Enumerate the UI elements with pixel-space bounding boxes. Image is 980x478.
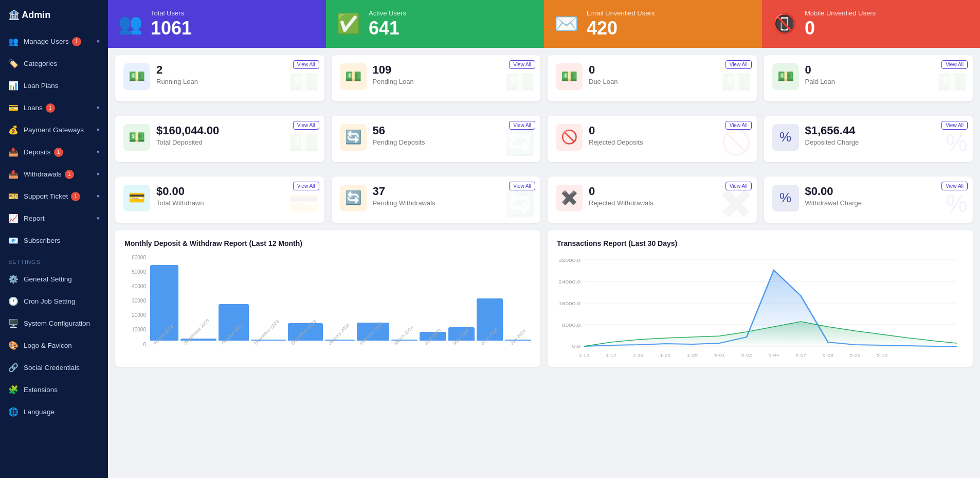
sidebar-item-loans[interactable]: 💳 Loans 1 ▾ [0, 97, 108, 119]
sidebar-label-loans: Loans [24, 104, 43, 112]
sidebar-label-extensions: Extensions [24, 386, 58, 394]
social-credentials-icon: 🔗 [8, 363, 19, 373]
line-chart: 32000.0 24000.0 16000.0 8000.0 0.0 [557, 255, 964, 358]
sidebar-item-support-ticket[interactable]: 🎫 Support Ticket 1 ▾ [0, 185, 108, 207]
withdrawal-charge-value: $0.00 [805, 185, 965, 198]
total-users-icon: 👥 [118, 12, 142, 35]
bar-col-march-2024: March 2024 [391, 340, 418, 358]
loans-badge: 1 [46, 103, 55, 113]
stat-card-rejected-deposits: View All 🚫 0 Rejected Deposits 🚫 [548, 116, 757, 162]
svg-text:24000.0: 24000.0 [558, 279, 580, 284]
paid-loan-bg-icon: 💵 [937, 67, 968, 96]
svg-text:1-25: 1-25 [687, 353, 698, 358]
total-users-label: Total Users [151, 9, 192, 17]
stat-card-running-loan: View All 💵 2 Running Loan 💵 [115, 55, 324, 101]
rejected-deposits-bg-icon: 🚫 [721, 128, 752, 157]
total-deposited-bg-icon: 💵 [288, 128, 319, 157]
sidebar-item-categories[interactable]: 🏷️ Categories [0, 52, 108, 75]
paid-loan-icon: 💵 [772, 63, 799, 90]
mobile-unverified-label: Mobile Unverified Users [805, 9, 876, 17]
svg-text:16000.0: 16000.0 [558, 300, 580, 306]
sidebar-item-logo-favicon[interactable]: 🎨 Logo & Favicon [0, 334, 108, 357]
active-users-value: 641 [369, 18, 406, 39]
system-configuration-icon: 🖥️ [8, 318, 19, 328]
support-ticket-icon: 🎫 [8, 191, 19, 201]
stat-card-total-deposited: View All 💵 $160,044.00 Total Deposited 💵 [115, 116, 324, 162]
bar-col-may-2024: May 2024 [448, 327, 475, 358]
mobile-unverified-value: 0 [805, 18, 876, 39]
sidebar-label-general-setting: General Setting [24, 275, 72, 283]
top-stats-row: 👥 Total Users 1061 ✅ Active Users 641 ✉️… [108, 0, 980, 48]
sidebar-item-subscribers[interactable]: 📧 Subscribers [0, 229, 108, 252]
sidebar-item-manage-users[interactable]: 👥 Manage Users 1 ▾ [0, 30, 108, 52]
bar-col-september-2023: September 2023 [180, 339, 217, 358]
active-users-label: Active Users [369, 9, 406, 17]
sidebar-item-report[interactable]: 📈 Report ▾ [0, 207, 108, 229]
sidebar-label-social-credentials: Social Credentials [24, 364, 80, 371]
sidebar-item-extensions[interactable]: 🧩 Extensions [0, 379, 108, 401]
logo-favicon-icon: 🎨 [8, 341, 19, 350]
rejected-deposits-icon: 🚫 [556, 124, 583, 151]
withdrawals-icon: 📤 [8, 169, 19, 179]
cron-job-setting-icon: 🕐 [8, 296, 19, 306]
deposited-charge-label: Deposited Charge [805, 138, 965, 146]
sidebar-label-loan-plans: Loan Plans [24, 82, 59, 90]
withdrawals-badge: 1 [65, 170, 74, 179]
sidebar-label-language: Language [24, 408, 55, 416]
pending-deposits-bg-icon: 🔄 [504, 128, 535, 157]
sidebar-label-withdrawals: Withdrawals [24, 170, 62, 178]
email-unverified-value: 420 [587, 18, 655, 39]
report-arrow: ▾ [97, 215, 100, 222]
sidebar-label-manage-users: Manage Users [24, 38, 69, 45]
subscribers-icon: 📧 [8, 236, 19, 245]
deposited-charge-icon: % [772, 124, 799, 151]
mobile-unverified-icon: 📵 [772, 12, 796, 35]
top-card-active-users: ✅ Active Users 641 [326, 0, 544, 48]
stat-card-total-withdrawn: View All 💳 $0.00 Total Withdrawn 💳 [115, 176, 324, 223]
pending-loan-icon: 💵 [340, 63, 367, 90]
pending-withdrawals-bg-icon: 🔄 [504, 189, 535, 218]
payment-gateways-arrow: ▾ [97, 127, 100, 133]
top-card-email-unverified: ✉️ Email Unverified Users 420 [544, 0, 762, 48]
sidebar-item-system-configuration[interactable]: 🖥️ System Configuration [0, 312, 108, 334]
sidebar-item-general-setting[interactable]: ⚙️ General Setting [0, 268, 108, 290]
bar-col-july-2024: July 2024 [505, 340, 531, 358]
svg-text:1-19: 1-19 [633, 353, 644, 358]
svg-text:32000.0: 32000.0 [558, 257, 580, 262]
sidebar-logo: 🏦 Admin [0, 0, 108, 30]
svg-text:1-22: 1-22 [660, 353, 670, 358]
email-unverified-label: Email Unverified Users [587, 9, 655, 17]
pending-withdrawals-icon: 🔄 [340, 185, 367, 211]
manage-users-badge: 1 [72, 37, 81, 46]
pending-loan-bg-icon: 💵 [504, 67, 535, 96]
monthly-chart-title: Monthly Deposit & Withdraw Report (Last … [124, 239, 531, 247]
categories-icon: 🏷️ [8, 59, 19, 68]
svg-text:5-04: 5-04 [768, 353, 779, 358]
sidebar-item-deposits[interactable]: 📥 Deposits 1 ▾ [0, 141, 108, 163]
svg-text:0.0: 0.0 [572, 343, 581, 348]
withdrawals-arrow: ▾ [97, 171, 100, 178]
running-loan-icon: 💵 [123, 63, 150, 90]
stat-card-paid-loan: View All 💵 0 Paid Loan 💵 [764, 55, 973, 101]
sidebar-item-social-credentials[interactable]: 🔗 Social Credentials [0, 357, 108, 379]
sidebar-item-cron-job-setting[interactable]: 🕐 Cron Job Setting [0, 290, 108, 312]
loan-plans-icon: 📊 [8, 81, 19, 91]
sidebar-item-payment-gateways[interactable]: 💰 Payment Gateways ▾ [0, 119, 108, 141]
pending-deposits-icon: 🔄 [340, 124, 367, 151]
total-deposited-icon: 💵 [123, 124, 150, 151]
stat-card-pending-withdrawals: View All 🔄 37 Pending Withdrawals 🔄 [332, 176, 541, 223]
language-icon: 🌐 [8, 407, 19, 417]
sidebar-label-support-ticket: Support Ticket [24, 192, 68, 200]
sidebar-item-loan-plans[interactable]: 📊 Loan Plans [0, 75, 108, 97]
loan-stats-grid: View All 💵 2 Running Loan 💵 View All 💵 1… [108, 48, 980, 109]
stat-card-pending-loan: View All 💵 109 Pending Loan 💵 [332, 55, 541, 101]
email-unverified-icon: ✉️ [554, 12, 578, 35]
sidebar-item-language[interactable]: 🌐 Language [0, 401, 108, 423]
svg-text:5-09: 5-09 [850, 353, 861, 358]
settings-section-title: SETTINGS [0, 252, 108, 268]
manage-users-arrow: ▾ [97, 38, 100, 45]
top-card-total-users: 👥 Total Users 1061 [108, 0, 326, 48]
transactions-chart-title: Transactions Report (Last 30 Days) [557, 239, 964, 247]
rejected-withdrawals-bg-icon: ✖️ [721, 189, 752, 218]
sidebar-item-withdrawals[interactable]: 📤 Withdrawals 1 ▾ [0, 163, 108, 185]
